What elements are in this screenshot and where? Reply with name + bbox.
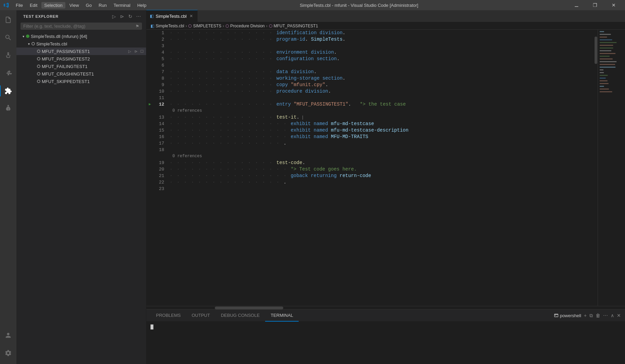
- open-file-icon[interactable]: ☐: [139, 49, 145, 54]
- code-line-6: [170, 62, 594, 69]
- panel: PROBLEMS OUTPUT DEBUG CONSOLE TERMINAL p…: [146, 309, 625, 364]
- refresh-tests-button[interactable]: ↻: [127, 13, 134, 20]
- code-editor[interactable]: ▶ 1 2: [146, 30, 625, 306]
- activity-account-icon[interactable]: [0, 327, 16, 343]
- breadcrumb-icon-fn: ⬡: [269, 24, 272, 28]
- debug-test-icon[interactable]: ⊳: [133, 49, 139, 54]
- code-line-10: · · · · · · · · · · · · · · · procedure …: [170, 88, 594, 95]
- tree-item-test-failingtest1[interactable]: MFUT_FAILINGTEST1: [16, 63, 146, 70]
- tree-item-label: SimpleTests.dll (mfurun) [64]: [31, 34, 145, 39]
- h-scrollbar-thumb: [215, 307, 283, 309]
- breadcrumb-sep-3: ›: [266, 24, 268, 28]
- panel-close-button[interactable]: ✕: [617, 313, 621, 318]
- activity-search-icon[interactable]: [0, 29, 16, 46]
- code-line-14: · · · · · · · · · · · · · · · · · exhibi…: [170, 121, 594, 127]
- panel-tab-debug-console[interactable]: DEBUG CONSOLE: [216, 310, 265, 322]
- breadcrumb-item-file[interactable]: SimpleTests.cbl: [156, 24, 184, 28]
- terminal-content[interactable]: █: [146, 322, 625, 364]
- breadcrumb-item-fn[interactable]: MFUT_PASSINGTEST1: [274, 24, 318, 28]
- scrollbar-thumb: [595, 37, 597, 64]
- vscode-logo-icon: [3, 2, 9, 8]
- code-line-19: · · · · · · · · · · · · · · · test-code.: [170, 160, 594, 166]
- menu-run[interactable]: Run: [96, 2, 109, 9]
- tab-bar: ◧ SimpleTests.cbl ✕: [146, 10, 625, 22]
- panel-maximize-button[interactable]: ∧: [611, 313, 614, 318]
- code-line-23: [170, 186, 594, 192]
- menu-edit[interactable]: Edit: [27, 2, 40, 9]
- menu-terminal[interactable]: Terminal: [111, 2, 133, 9]
- horizontal-scrollbar[interactable]: [146, 306, 625, 309]
- window-title: SimpleTests.cbl - mfunit - Visual Studio…: [300, 3, 418, 8]
- title-bar: File Edit Selection View Go Run Terminal…: [0, 0, 625, 10]
- more-actions-button[interactable]: ⋯: [135, 13, 142, 20]
- menu-help[interactable]: Help: [134, 2, 149, 9]
- tree-item-label: MFUT_SKIPPEDTEST1: [42, 79, 145, 84]
- activity-settings-icon[interactable]: [0, 345, 16, 361]
- panel-tab-output[interactable]: OUTPUT: [186, 310, 215, 322]
- editor-scrollbar[interactable]: [594, 30, 598, 306]
- activity-bar: [0, 10, 16, 364]
- activity-extensions-icon[interactable]: [0, 83, 16, 99]
- panel-actions: powershell + ⧉ 🗑 ⋯ ∧ ✕: [554, 313, 621, 319]
- run-test-icon[interactable]: ▷: [127, 49, 132, 54]
- panel-tab-problems[interactable]: PROBLEMS: [151, 310, 186, 322]
- chevron-icon: [21, 33, 26, 39]
- line-numbers: 1 2 3 4 5 6 7 8 9 10 11 12 13 14 15 16: [153, 30, 167, 306]
- sidebar: TEST EXPLORER ▷ ⊳ ↻ ⋯ ⚑ SimpleTests.dll …: [16, 10, 146, 364]
- code-line-22: · · · · · · · · · · · · · · · · .: [170, 179, 594, 186]
- close-button[interactable]: ✕: [606, 0, 622, 10]
- minimize-button[interactable]: ⚊: [569, 0, 585, 10]
- activity-run-debug-icon[interactable]: [0, 65, 16, 81]
- code-line-2: · · · · · · · · · · · · · · · program-id…: [170, 36, 594, 43]
- menu-go[interactable]: Go: [83, 2, 94, 9]
- test-status-icon: [37, 65, 40, 68]
- editor-area: ◧ SimpleTests.cbl ✕ ◧ SimpleTests.cbl › …: [146, 10, 625, 364]
- run-test-arrow-12[interactable]: ▶: [147, 101, 153, 108]
- menu-file[interactable]: File: [13, 2, 26, 9]
- tree-item-test-passingtest2[interactable]: MFUT_PASSINGTEST2: [16, 55, 146, 63]
- test-status-icon: [37, 80, 40, 83]
- split-terminal-button[interactable]: ⧉: [589, 313, 593, 319]
- menu-view[interactable]: View: [67, 2, 82, 9]
- breadcrumb-item-ns[interactable]: SIMPLETESTS: [193, 24, 221, 28]
- tree-item-test-skippedtest1[interactable]: MFUT_SKIPPEDTEST1: [16, 78, 146, 85]
- minimap: [598, 30, 625, 306]
- activity-bar-bottom: [0, 327, 16, 364]
- tree-item-test-passingtest1[interactable]: MFUT_PASSINGTEST1 ▷ ⊳ ☐: [16, 48, 146, 55]
- filter-input[interactable]: [23, 24, 133, 29]
- breadcrumb-file-icon: ◧: [151, 24, 154, 28]
- run-tests-button[interactable]: ▷: [110, 13, 117, 20]
- tree-item-label: MFUT_CRASHINGTEST1: [42, 71, 145, 77]
- terminal-shell-label: powershell: [554, 313, 581, 318]
- code-line-3: [170, 43, 594, 49]
- activity-source-control-icon[interactable]: [0, 47, 16, 64]
- activity-explorer-icon[interactable]: [0, 12, 16, 28]
- menu-selection[interactable]: Selection: [41, 2, 65, 9]
- tree-item-actions: ▷ ⊳ ☐: [127, 49, 145, 54]
- tab-close-button[interactable]: ✕: [188, 13, 194, 19]
- breadcrumb-icon-ns: ⬡: [188, 24, 192, 28]
- tree-item-file[interactable]: SimpleTests.cbl: [16, 40, 146, 48]
- activity-test-icon[interactable]: [0, 100, 16, 117]
- test-tree: SimpleTests.dll (mfurun) [64] SimpleTest…: [16, 31, 146, 364]
- code-line-21: · · · · · · · · · · · · · · · · · goback…: [170, 173, 594, 179]
- breadcrumb-sep-1: ›: [185, 24, 187, 28]
- code-content[interactable]: · · · · · · · · · · · · · · · identifica…: [167, 30, 594, 306]
- tree-item-dll[interactable]: SimpleTests.dll (mfurun) [64]: [16, 32, 146, 40]
- tree-item-test-crashingtest1[interactable]: MFUT_CRASHINGTEST1: [16, 70, 146, 78]
- new-terminal-button[interactable]: +: [584, 313, 587, 318]
- code-line-1: · · · · · · · · · · · · · · · identifica…: [170, 30, 594, 36]
- code-refs-2: 0 references: [170, 153, 594, 160]
- kill-terminal-button[interactable]: 🗑: [596, 313, 600, 318]
- more-panel-actions-button[interactable]: ⋯: [603, 313, 608, 318]
- debug-tests-button[interactable]: ⊳: [119, 13, 126, 20]
- code-refs-1: 0 references: [170, 108, 594, 114]
- maximize-button[interactable]: ❐: [587, 0, 603, 10]
- panel-tab-terminal[interactable]: TERMINAL: [265, 310, 299, 322]
- test-status-icon: [37, 57, 40, 60]
- editor-tab-simpletests[interactable]: ◧ SimpleTests.cbl ✕: [146, 10, 198, 22]
- filter-bar: ⚑: [21, 23, 142, 30]
- test-status-icon: [26, 35, 29, 38]
- code-line-4: · · · · · · · · · · · · · · · environmen…: [170, 49, 594, 56]
- breadcrumb-item-div[interactable]: Procedure Division: [230, 24, 265, 28]
